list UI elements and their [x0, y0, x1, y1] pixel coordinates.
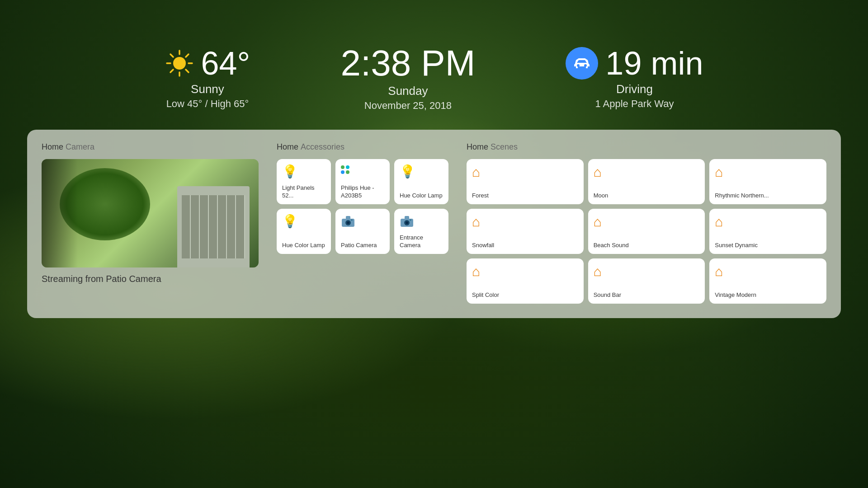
top-widgets: 64° Sunny Low 45° / High 65° 2:38 PM Sun…: [0, 0, 868, 112]
weather-widget: 64° Sunny Low 45° / High 65°: [165, 47, 250, 110]
scene-split-color[interactable]: ⌂ Split Color: [467, 258, 584, 304]
svg-point-20: [410, 219, 411, 221]
svg-rect-14: [346, 216, 350, 220]
sun-icon: [165, 49, 194, 78]
maps-widget: 19 min Driving 1 Apple Park Way: [566, 47, 703, 110]
scene-moon[interactable]: ⌂ Moon: [588, 159, 705, 204]
acc-name-hue-color-1: Hue Color Lamp: [400, 192, 443, 200]
svg-line-5: [170, 54, 173, 57]
scene-forest[interactable]: ⌂ Forest: [467, 159, 584, 204]
house-icon: ⌂: [715, 215, 821, 229]
scene-name-snowfall: Snowfall: [472, 242, 578, 249]
scene-vintage-modern[interactable]: ⌂ Vintage Modern: [709, 258, 826, 304]
svg-point-9: [577, 64, 580, 67]
svg-line-8: [170, 70, 173, 72]
time-widget: 2:38 PM Sunday November 25, 2018: [340, 45, 475, 112]
house-icon: ⌂: [594, 215, 700, 229]
acc-name-patio-camera: Patio Camera: [341, 242, 384, 249]
accessories-section-title: Home Accessories: [277, 142, 448, 152]
scene-name-forest: Forest: [472, 192, 578, 200]
svg-line-6: [186, 70, 189, 72]
scene-beach-sound[interactable]: ⌂ Beach Sound: [588, 209, 705, 254]
camera-label: Streaming from Patio Camera: [42, 274, 259, 284]
scene-name-vintage: Vintage Modern: [715, 291, 821, 299]
house-icon: ⌂: [594, 165, 700, 179]
accessories-grid: 💡 Light Panels 52... Philips Hue - A203B…: [277, 159, 448, 254]
camera-view[interactable]: [42, 159, 259, 267]
scene-name-split-color: Split Color: [472, 291, 578, 299]
svg-point-15: [351, 219, 353, 221]
eta: 19 min: [605, 47, 703, 80]
accessory-philips-hue[interactable]: Philips Hue - A203B5: [335, 159, 390, 204]
camera-section-title: Home Camera: [42, 142, 259, 152]
accessory-hue-color-lamp-2[interactable]: 💡 Hue Color Lamp: [277, 209, 331, 254]
house-icon: ⌂: [594, 265, 700, 278]
scenes-section-title: Home Scenes: [467, 142, 826, 152]
acc-name-entrance-camera: Entrance Camera: [400, 234, 443, 249]
svg-point-18: [406, 221, 408, 224]
scene-name-moon: Moon: [594, 192, 700, 200]
acc-name-philips-hue: Philips Hue - A203B5: [341, 184, 384, 200]
accessories-section: Home Accessories 💡 Light Panels 52...: [277, 142, 448, 304]
scenes-grid: ⌂ Forest ⌂ Moon ⌂ Rhythmic Northern... ⌂…: [467, 159, 826, 304]
lightbulb-icon: 💡: [282, 165, 326, 178]
accessory-patio-camera[interactable]: Patio Camera: [335, 209, 390, 254]
house-icon: ⌂: [472, 215, 578, 229]
svg-rect-19: [405, 216, 409, 220]
car-icon: [566, 47, 598, 80]
house-icon: ⌂: [472, 265, 578, 278]
lightbulb-icon-2: 💡: [400, 165, 443, 178]
scene-name-sound-bar: Sound Bar: [594, 291, 700, 299]
accessory-hue-color-lamp-1[interactable]: 💡 Hue Color Lamp: [394, 159, 448, 204]
maps-mode: Driving: [616, 82, 653, 96]
date-full: November 25, 2018: [364, 100, 452, 112]
maps-destination: 1 Apple Park Way: [595, 98, 674, 110]
scene-sunset-dynamic[interactable]: ⌂ Sunset Dynamic: [709, 209, 826, 254]
scene-rhythmic-northern[interactable]: ⌂ Rhythmic Northern...: [709, 159, 826, 204]
date-day: Sunday: [388, 84, 428, 98]
house-icon: ⌂: [715, 165, 821, 179]
scenes-section: Home Scenes ⌂ Forest ⌂ Moon ⌂ Rhythmic N…: [467, 142, 826, 304]
scene-sound-bar[interactable]: ⌂ Sound Bar: [588, 258, 705, 304]
house-icon: ⌂: [472, 165, 578, 179]
home-panel: Home Camera Streaming from Patio Camera …: [27, 130, 841, 318]
temperature: 64°: [201, 47, 250, 80]
house-icon: ⌂: [715, 265, 821, 278]
acc-name-light-panels: Light Panels 52...: [282, 184, 326, 200]
scene-name-beach: Beach Sound: [594, 242, 700, 249]
scene-name-sunset: Sunset Dynamic: [715, 242, 821, 249]
camera-section: Home Camera Streaming from Patio Camera: [42, 142, 259, 304]
weather-condition: Sunny: [191, 82, 224, 96]
svg-line-7: [186, 54, 189, 57]
accessory-light-panels[interactable]: 💡 Light Panels 52...: [277, 159, 331, 204]
acc-name-hue-color-2: Hue Color Lamp: [282, 242, 326, 249]
svg-point-13: [347, 221, 349, 224]
weather-range: Low 45° / High 65°: [166, 98, 249, 110]
accessory-entrance-camera[interactable]: Entrance Camera: [394, 209, 448, 254]
lightbulb-icon-3: 💡: [282, 215, 326, 228]
svg-point-0: [173, 57, 186, 70]
svg-point-10: [584, 64, 587, 67]
camera-icon-entrance: [400, 215, 443, 230]
camera-icon-patio: [341, 215, 384, 230]
hue-icon: [341, 165, 384, 174]
time-display: 2:38 PM: [340, 45, 475, 81]
scene-snowfall[interactable]: ⌂ Snowfall: [467, 209, 584, 254]
scene-name-rhythmic: Rhythmic Northern...: [715, 192, 821, 200]
